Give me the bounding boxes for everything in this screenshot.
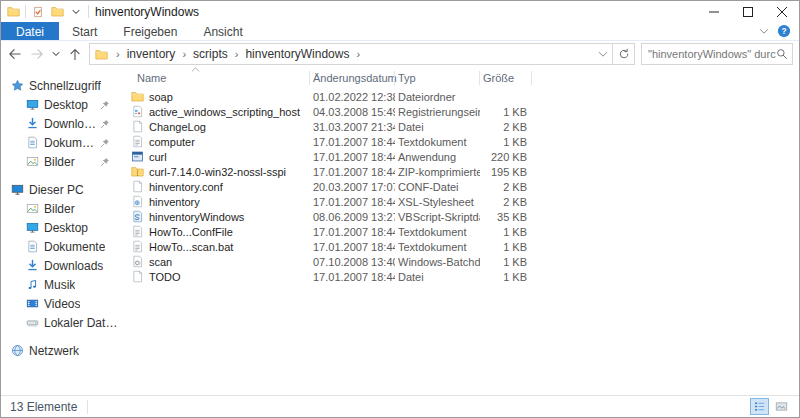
sidebar-item-desktop[interactable]: Desktop <box>1 95 120 114</box>
sidebar-item-dokumente[interactable]: Dokumente <box>1 237 120 256</box>
thumbnails-view-icon[interactable] <box>772 398 791 415</box>
sidebar-item-schnellzugriff[interactable]: Schnellzugriff <box>1 76 120 95</box>
table-row[interactable]: HowTo...scan.bat17.01.2007 18:44Textdoku… <box>128 239 799 254</box>
drive-icon <box>25 316 39 330</box>
zip-folder-icon <box>131 165 144 178</box>
file-name: TODO <box>128 270 310 283</box>
recent-locations-chevron-icon[interactable] <box>51 45 61 63</box>
pin-icon <box>100 100 110 110</box>
file-name: scan <box>128 255 310 268</box>
sidebar-item-downloads[interactable]: Downloads <box>1 256 120 275</box>
quick-access-toolbar <box>1 5 89 19</box>
details-view-icon[interactable] <box>750 398 769 415</box>
tab-datei[interactable]: Datei <box>1 22 59 40</box>
help-icon[interactable]: ? <box>777 24 791 38</box>
file-date: 17.01.2007 18:44 <box>310 166 395 178</box>
xsl-file-icon <box>131 195 144 208</box>
sidebar-section-netzwerk: Netzwerk <box>1 341 120 360</box>
sidebar-item-musik[interactable]: Musik <box>1 275 120 294</box>
explorer-window: hinventoryWindows DateiStartFreigebenAns… <box>0 0 800 418</box>
up-icon[interactable] <box>67 45 83 63</box>
close-button[interactable] <box>765 1 799 22</box>
sidebar-item-dieser-pc[interactable]: Dieser PC <box>1 180 120 199</box>
documents-icon <box>25 136 39 150</box>
table-row[interactable]: hinventoryWindows08.06.2009 13:27VBScrip… <box>128 209 799 224</box>
file-name: curl <box>128 150 310 163</box>
qat-dropdown-icon[interactable] <box>69 5 83 19</box>
address-dropdown-chevron-icon[interactable] <box>594 51 612 58</box>
status-bar: 13 Elemente <box>1 395 799 417</box>
address-bar[interactable]: ›inventory›scripts›hinventoryWindows› <box>89 43 635 65</box>
minimize-button[interactable] <box>697 1 731 22</box>
table-row[interactable]: computer17.01.2007 18:44Textdokument1 KB <box>128 134 799 149</box>
text-file-icon <box>131 135 144 148</box>
table-row[interactable]: active_windows_scripting_host04.03.2008 … <box>128 104 799 119</box>
maximize-button[interactable] <box>731 1 765 22</box>
tab-freigeben[interactable]: Freigeben <box>110 22 190 40</box>
properties-check-icon[interactable] <box>31 5 45 19</box>
window-controls <box>697 1 799 22</box>
column-header-size[interactable]: Größe <box>480 67 532 89</box>
refresh-icon[interactable] <box>612 44 634 64</box>
table-row[interactable]: ChangeLog31.03.2007 21:34Datei2 KB <box>128 119 799 134</box>
sidebar-item-bilder[interactable]: Bilder <box>1 199 120 218</box>
sidebar-item-downloads[interactable]: Downloads <box>1 114 120 133</box>
star-icon <box>10 79 24 93</box>
file-icon <box>131 270 144 283</box>
new-folder-icon[interactable] <box>50 5 64 19</box>
back-icon[interactable] <box>7 45 23 63</box>
svg-text:?: ? <box>781 26 786 36</box>
search-icon[interactable] <box>776 48 788 60</box>
file-date: 17.01.2007 18:44 <box>310 271 395 283</box>
batch-file-icon <box>131 255 144 268</box>
pictures-icon <box>25 202 39 216</box>
sidebar-item-desktop[interactable]: Desktop <box>1 218 120 237</box>
file-size: 1 KB <box>480 241 532 253</box>
breadcrumb-item-inventory[interactable]: inventory <box>125 47 178 61</box>
table-row[interactable]: TODO17.01.2007 18:44Datei1 KB <box>128 269 799 284</box>
file-type: VBScript-Skriptdatei <box>395 211 480 223</box>
file-type: Windows-Batchda... <box>395 256 480 268</box>
sidebar-item-lokaler-datenträger[interactable]: Lokaler Datenträger <box>1 313 120 332</box>
file-type: Dateiordner <box>395 91 480 103</box>
column-headers: Name Änderungsdatum Typ Größe <box>128 67 799 89</box>
column-header-name[interactable]: Name <box>128 67 310 89</box>
table-row[interactable]: scan07.10.2008 13:40Windows-Batchda...1 … <box>128 254 799 269</box>
file-name: HowTo...ConfFile <box>128 225 310 238</box>
table-row[interactable]: hinventory17.01.2007 18:44XSL-Stylesheet… <box>128 194 799 209</box>
text-file-icon <box>131 240 144 253</box>
table-row[interactable]: HowTo...ConfFile17.01.2007 18:44Textdoku… <box>128 224 799 239</box>
sidebar-item-bilder[interactable]: Bilder <box>1 152 120 171</box>
breadcrumb-separator-icon: › <box>351 48 365 60</box>
column-header-type[interactable]: Typ <box>395 67 480 89</box>
file-date: 04.03.2008 15:49 <box>310 106 395 118</box>
sidebar-item-dokumente[interactable]: Dokumente <box>1 133 120 152</box>
file-rows: soap01.02.2022 12:38Dateiordneractive_wi… <box>128 89 799 284</box>
file-date: 17.01.2007 18:44 <box>310 196 395 208</box>
sidebar-item-videos[interactable]: Videos <box>1 294 120 313</box>
window-title: hinventoryWindows <box>95 5 199 19</box>
tab-ansicht[interactable]: Ansicht <box>190 22 255 40</box>
breadcrumb-item-scripts[interactable]: scripts <box>191 47 230 61</box>
file-name: computer <box>128 135 310 148</box>
item-count: 13 Elemente <box>10 400 77 414</box>
file-date: 17.01.2007 18:44 <box>310 136 395 148</box>
qat-separator <box>88 5 89 18</box>
breadcrumb-item-hinventorywindows[interactable]: hinventoryWindows <box>243 47 351 61</box>
search-input[interactable] <box>648 48 776 60</box>
table-row[interactable]: hinventory.conf20.03.2007 17:07CONF-Date… <box>128 179 799 194</box>
forward-icon[interactable] <box>29 45 45 63</box>
sidebar-item-netzwerk[interactable]: Netzwerk <box>1 341 120 360</box>
expand-ribbon-chevron-icon[interactable] <box>759 28 769 35</box>
file-size: 1 KB <box>480 136 532 148</box>
file-type: CONF-Datei <box>395 181 480 193</box>
tab-start[interactable]: Start <box>59 22 110 40</box>
navigation-pane: SchnellzugriffDesktopDownloadsDokumenteB… <box>1 67 120 395</box>
table-row[interactable]: soap01.02.2022 12:38Dateiordner <box>128 89 799 104</box>
table-row[interactable]: curl17.01.2007 18:44Anwendung220 KB <box>128 149 799 164</box>
table-row[interactable]: curl-7.14.0-win32-nossl-sspi17.01.2007 1… <box>128 164 799 179</box>
file-type: Anwendung <box>395 151 480 163</box>
qat-separator <box>25 5 26 18</box>
file-size: 35 KB <box>480 211 532 223</box>
column-header-date[interactable]: Änderungsdatum <box>310 67 395 89</box>
